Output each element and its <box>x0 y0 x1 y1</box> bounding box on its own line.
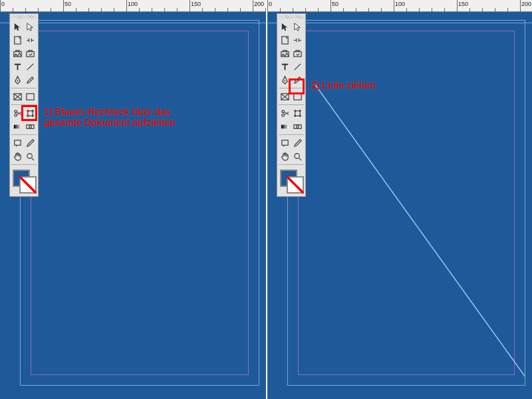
ruler-tick-label: 50 <box>332 1 338 7</box>
svg-point-10 <box>15 110 17 112</box>
svg-point-36 <box>299 110 301 112</box>
color-well[interactable] <box>279 168 305 195</box>
svg-point-12 <box>27 110 29 112</box>
note-tool[interactable] <box>11 136 24 150</box>
gap-tool[interactable] <box>24 33 37 47</box>
ruler-horizontal[interactable]: 050100150200 <box>0 0 266 12</box>
svg-line-44 <box>299 158 301 160</box>
svg-rect-34 <box>295 110 301 116</box>
page-canvas[interactable] <box>20 20 259 386</box>
ruler-horizontal[interactable]: 050100150200 <box>267 0 532 12</box>
line-tool[interactable] <box>291 60 304 73</box>
content-collector-tool[interactable] <box>279 47 291 60</box>
svg-rect-42 <box>282 140 288 145</box>
type-tool[interactable] <box>279 60 291 73</box>
type-tool[interactable] <box>11 60 24 73</box>
content-collector-tool[interactable] <box>11 47 24 60</box>
free-transform-tool[interactable] <box>24 106 37 120</box>
svg-rect-39 <box>281 124 289 128</box>
svg-point-43 <box>295 153 300 158</box>
drawn-line[interactable] <box>288 21 525 385</box>
content-placer-tool[interactable] <box>291 47 304 60</box>
toolbox <box>277 13 306 197</box>
svg-rect-31 <box>294 93 301 99</box>
svg-point-41 <box>297 125 299 128</box>
note-tool[interactable] <box>279 136 291 150</box>
svg-point-18 <box>29 125 32 128</box>
svg-point-32 <box>282 114 285 116</box>
pencil-tool[interactable] <box>24 73 37 86</box>
hand-tool[interactable] <box>279 150 291 163</box>
svg-point-37 <box>294 114 296 116</box>
svg-point-38 <box>299 114 301 116</box>
annotation-step-2: 2) Linie ziehen <box>311 80 375 90</box>
ruler-tick-label: 200 <box>521 1 531 7</box>
hand-tool[interactable] <box>11 150 24 163</box>
zoom-tool[interactable] <box>291 150 304 163</box>
gradient-feather-tool[interactable] <box>24 120 37 133</box>
svg-point-14 <box>27 114 29 116</box>
annotation-step-1: 1) Blaues Rechteck über das gesamte Doku… <box>44 106 190 128</box>
ruler-tick-label: 200 <box>254 1 264 7</box>
page-canvas[interactable] <box>287 20 525 386</box>
svg-line-3 <box>27 63 33 69</box>
svg-point-4 <box>17 80 19 81</box>
pen-tool[interactable] <box>279 73 291 86</box>
toolbox-grip[interactable] <box>279 15 304 19</box>
rectangle-frame-tool[interactable] <box>11 90 24 103</box>
right-document-pane: 050100150200 2) Linie ziehen <box>266 0 532 399</box>
svg-point-33 <box>282 110 285 112</box>
pencil-tool[interactable] <box>291 73 304 86</box>
free-transform-tool[interactable] <box>291 106 304 120</box>
gap-tool[interactable] <box>291 33 304 47</box>
ruler-tick-label: 100 <box>128 1 138 7</box>
scissors-tool[interactable] <box>11 106 24 120</box>
svg-point-20 <box>27 153 33 158</box>
ruler-tick-label: 50 <box>65 1 71 7</box>
stroke-color-swatch[interactable] <box>19 176 37 194</box>
page-tool[interactable] <box>11 33 24 47</box>
eyedropper-tool[interactable] <box>291 136 304 150</box>
svg-rect-16 <box>14 124 21 128</box>
scissors-tool[interactable] <box>279 106 291 120</box>
stroke-color-swatch[interactable] <box>287 176 304 194</box>
rectangle-tool[interactable] <box>24 90 37 103</box>
rectangle-frame-tool[interactable] <box>279 90 291 103</box>
ruler-tick-label: 150 <box>191 1 201 7</box>
color-well[interactable] <box>11 168 38 195</box>
svg-line-26 <box>295 63 301 69</box>
svg-point-9 <box>15 114 17 116</box>
svg-point-15 <box>32 114 34 116</box>
svg-point-13 <box>32 110 34 112</box>
selection-tool[interactable] <box>11 20 24 33</box>
svg-rect-8 <box>27 93 34 99</box>
svg-point-35 <box>294 110 296 112</box>
direct-selection-tool[interactable] <box>24 20 37 33</box>
ruler-tick-label: 0 <box>269 1 272 7</box>
gradient-feather-tool[interactable] <box>291 120 304 133</box>
svg-rect-11 <box>28 110 33 116</box>
svg-line-22 <box>315 84 525 380</box>
margin-guide <box>31 31 249 375</box>
eyedropper-tool[interactable] <box>24 136 37 150</box>
rectangle-tool[interactable] <box>291 90 304 103</box>
selection-tool[interactable] <box>279 20 291 33</box>
svg-point-27 <box>285 80 286 81</box>
pen-tool[interactable] <box>11 73 24 86</box>
toolbox-grip[interactable] <box>11 15 37 19</box>
ruler-tick-label: 150 <box>458 1 468 7</box>
zoom-tool[interactable] <box>24 150 37 163</box>
ruler-tick-label: 100 <box>395 1 405 7</box>
line-tool[interactable] <box>24 60 37 73</box>
page-tool[interactable] <box>279 33 291 47</box>
gradient-swatch-tool[interactable] <box>279 120 291 133</box>
svg-rect-19 <box>15 140 21 145</box>
left-document-pane: 050100150200 1) Blaues Rechteck über das… <box>0 0 266 399</box>
content-placer-tool[interactable] <box>24 47 37 60</box>
ruler-tick-label: 0 <box>1 1 5 7</box>
toolbox <box>9 13 39 197</box>
svg-line-21 <box>31 158 34 160</box>
direct-selection-tool[interactable] <box>291 20 304 33</box>
gradient-swatch-tool[interactable] <box>11 120 24 133</box>
